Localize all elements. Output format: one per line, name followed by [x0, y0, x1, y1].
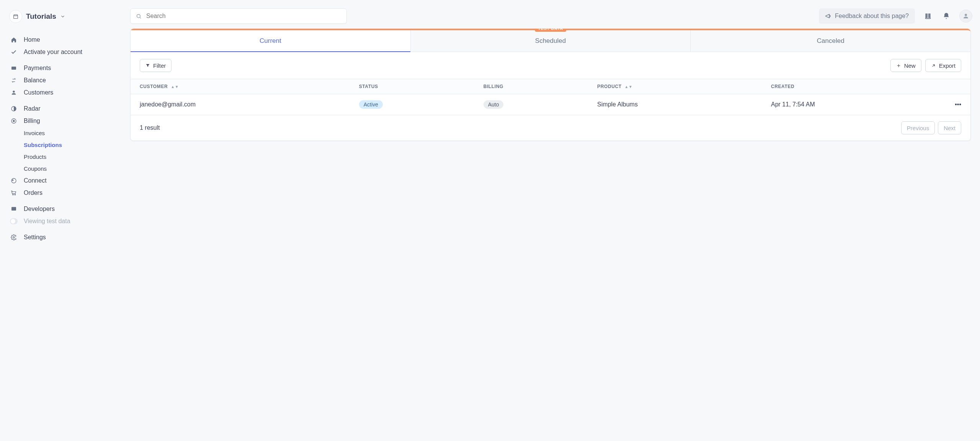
- plus-icon: [896, 63, 901, 68]
- sort-icon: ▲▼: [171, 85, 179, 89]
- header-label: STATUS: [359, 84, 378, 89]
- table-row[interactable]: janedoe@gmail.com Active Auto Simple Alb…: [131, 94, 970, 115]
- sidebar-sub-invoices[interactable]: Invoices: [6, 127, 124, 139]
- search-box[interactable]: [130, 8, 347, 24]
- svg-point-6: [12, 180, 13, 181]
- tab-current[interactable]: Current: [131, 30, 411, 52]
- sidebar-label: Viewing test data: [24, 218, 70, 225]
- sidebar-label: Balance: [24, 77, 46, 84]
- button-label: Next: [944, 125, 956, 131]
- sidebar-label: Orders: [24, 189, 42, 196]
- export-icon: [931, 63, 936, 68]
- card-footer: 1 result Previous Next: [131, 115, 970, 140]
- filter-button[interactable]: Filter: [140, 59, 172, 72]
- cell-product: Simple Albums: [597, 101, 638, 108]
- wallet-icon: [10, 65, 18, 71]
- sidebar-item-settings[interactable]: Settings: [6, 231, 124, 243]
- toolbar: Filter New Export: [131, 52, 970, 79]
- test-data-badge: TEST DATA: [535, 28, 566, 32]
- gear-icon: [10, 234, 18, 240]
- subscriptions-table: CUSTOMER ▲▼ STATUS BILLING PRODUCT ▲▼ CR…: [131, 79, 970, 115]
- svg-point-10: [13, 237, 15, 238]
- sidebar-item-home[interactable]: Home: [6, 34, 124, 46]
- search-input[interactable]: [145, 12, 341, 20]
- sidebar-item-connect[interactable]: Connect: [6, 175, 124, 187]
- col-product[interactable]: PRODUCT ▲▼: [588, 79, 762, 94]
- svg-point-4: [13, 120, 15, 122]
- col-billing: BILLING: [474, 79, 588, 94]
- col-customer[interactable]: CUSTOMER ▲▼: [131, 79, 350, 94]
- radar-icon: [10, 106, 18, 112]
- sidebar-label: Radar: [24, 105, 41, 112]
- export-button[interactable]: Export: [925, 59, 961, 72]
- cell-customer: janedoe@gmail.com: [140, 101, 196, 108]
- tab-label: Scheduled: [535, 37, 566, 44]
- tab-scheduled[interactable]: TEST DATA Scheduled: [411, 30, 691, 52]
- next-button[interactable]: Next: [938, 121, 961, 134]
- header-label: CREATED: [771, 84, 794, 89]
- notifications-button[interactable]: [941, 11, 952, 21]
- header-label: BILLING: [483, 84, 503, 89]
- svg-point-11: [137, 14, 140, 18]
- svg-line-12: [140, 17, 141, 18]
- user-menu[interactable]: [959, 10, 972, 23]
- sidebar-label: Home: [24, 36, 40, 43]
- button-label: Previous: [907, 125, 929, 131]
- feedback-button[interactable]: Feedback about this page?: [819, 8, 915, 24]
- check-icon: [10, 49, 18, 55]
- brand-switcher[interactable]: Tutorials: [6, 8, 124, 30]
- new-button[interactable]: New: [890, 59, 921, 72]
- button-label: New: [904, 62, 916, 69]
- search-icon: [136, 13, 142, 19]
- transfer-icon: [10, 77, 18, 83]
- col-created: CREATED: [762, 79, 946, 94]
- sidebar-item-balance[interactable]: Balance: [6, 74, 124, 87]
- previous-button[interactable]: Previous: [901, 121, 935, 134]
- sidebar-item-customers[interactable]: Customers: [6, 87, 124, 99]
- sidebar-sub-subscriptions[interactable]: Subscriptions: [6, 139, 124, 151]
- svg-point-5: [11, 178, 16, 183]
- subscriptions-card: Current TEST DATA Scheduled Canceled Fil…: [130, 28, 971, 141]
- filter-icon: [145, 63, 150, 68]
- tab-label: Canceled: [817, 37, 844, 44]
- sidebar-label: Subscriptions: [24, 142, 62, 148]
- toggle-icon: [10, 218, 18, 224]
- cart-icon: [10, 190, 18, 196]
- sidebar-sub-products[interactable]: Products: [6, 151, 124, 163]
- button-label: Filter: [153, 62, 166, 69]
- result-count: 1 result: [140, 124, 160, 131]
- billing-icon: [10, 118, 18, 124]
- sidebar-item-payments[interactable]: Payments: [6, 62, 124, 74]
- sidebar-label: Developers: [24, 206, 55, 212]
- user-icon: [10, 90, 18, 96]
- sidebar-item-billing[interactable]: Billing: [6, 115, 124, 127]
- cell-created: Apr 11, 7:54 AM: [771, 101, 815, 108]
- status-badge: Active: [359, 100, 383, 109]
- tab-label: Current: [260, 37, 281, 44]
- sidebar-item-test-data-toggle[interactable]: Viewing test data: [6, 215, 124, 227]
- sidebar-item-orders[interactable]: Orders: [6, 187, 124, 199]
- sidebar-item-developers[interactable]: Developers: [6, 203, 124, 215]
- svg-rect-9: [11, 207, 16, 211]
- sidebar-label: Customers: [24, 89, 53, 96]
- sidebar-label: Billing: [24, 118, 40, 124]
- brand-logo-icon: [9, 10, 22, 23]
- bell-icon: [942, 12, 950, 20]
- sidebar-item-radar[interactable]: Radar: [6, 103, 124, 115]
- sidebar-sub-coupons[interactable]: Coupons: [6, 163, 124, 175]
- topbar: Feedback about this page?: [130, 0, 980, 28]
- sidebar-label: Settings: [24, 234, 46, 241]
- billing-badge: Auto: [483, 100, 504, 109]
- connect-icon: [10, 178, 18, 184]
- docs-button[interactable]: [923, 11, 933, 21]
- svg-point-13: [965, 14, 967, 16]
- col-status: STATUS: [350, 79, 474, 94]
- svg-rect-0: [11, 67, 16, 70]
- row-actions-button[interactable]: •••: [946, 94, 970, 115]
- sidebar: Tutorials Home Activate your account Pay…: [0, 0, 130, 441]
- sidebar-item-activate[interactable]: Activate your account: [6, 46, 124, 58]
- more-icon: •••: [955, 101, 961, 108]
- tab-canceled[interactable]: Canceled: [691, 30, 970, 52]
- svg-point-1: [13, 91, 15, 93]
- sidebar-label: Products: [24, 154, 46, 160]
